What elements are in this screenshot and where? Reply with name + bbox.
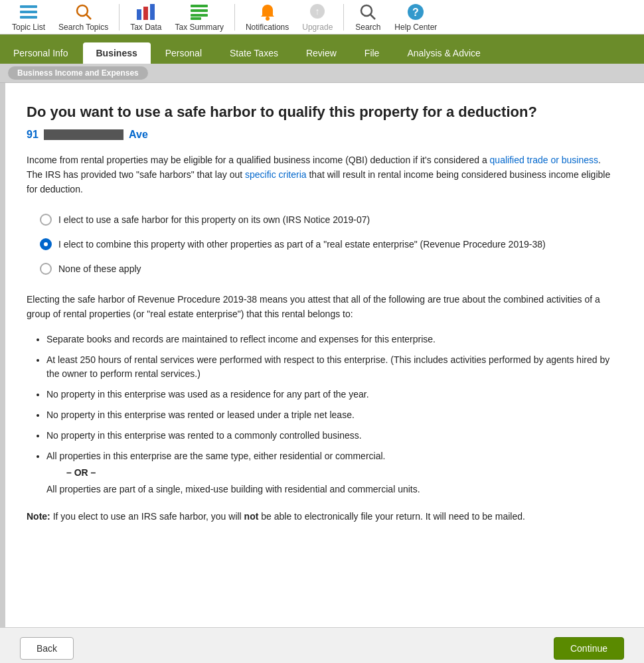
svg-rect-8 <box>191 5 208 7</box>
tab-bar: Personal Info Business Personal State Ta… <box>0 35 644 64</box>
toolbar: Topic List Search Topics Tax Data Tax Su… <box>0 0 644 35</box>
tax-summary-icon <box>190 3 208 21</box>
radio-option-own[interactable]: I elect to use a safe harbor for this pr… <box>27 213 617 227</box>
toolbar-divider-2 <box>234 4 235 31</box>
toolbar-item-tax-summary[interactable]: Tax Summary <box>169 0 230 35</box>
breadcrumb: Business Income and Expenses <box>8 66 148 80</box>
radio-group: I elect to use a safe harbor for this pr… <box>27 213 617 276</box>
toolbar-item-search-topics[interactable]: Search Topics <box>52 0 115 35</box>
notifications-icon <box>258 3 277 21</box>
tax-data-icon <box>137 3 155 21</box>
svg-rect-2 <box>20 16 37 19</box>
tax-data-label: Tax Data <box>130 23 161 32</box>
svg-rect-10 <box>191 14 208 17</box>
back-button[interactable]: Back <box>20 637 74 660</box>
tab-analysis-advice[interactable]: Analysis & Advice <box>394 42 494 64</box>
toolbar-item-help-center[interactable]: ? Help Center <box>388 0 443 35</box>
criteria-item-2: No property in this enterprise was used … <box>46 388 617 402</box>
svg-rect-5 <box>137 9 141 20</box>
breadcrumb-bar: Business Income and Expenses <box>0 64 644 83</box>
radio-btn-none[interactable] <box>40 263 52 275</box>
toolbar-divider-1 <box>119 4 120 31</box>
note-bold: not <box>244 511 259 522</box>
toolbar-item-search[interactable]: Search <box>348 0 388 35</box>
search-icon <box>359 3 377 21</box>
qualified-trade-link[interactable]: qualified trade or business <box>490 155 598 165</box>
toolbar-item-notifications[interactable]: Notifications <box>239 0 295 35</box>
redacted-address <box>44 129 123 140</box>
tab-review[interactable]: Review <box>293 42 350 64</box>
svg-point-15 <box>361 5 372 16</box>
radio-label-none: None of these apply <box>58 262 141 276</box>
help-center-icon: ? <box>406 3 425 21</box>
toolbar-divider-3 <box>343 4 344 31</box>
svg-rect-0 <box>20 5 37 8</box>
toolbar-item-topic-list[interactable]: Topic List <box>5 0 52 35</box>
criteria-item-5: All properties in this enterprise are th… <box>46 449 617 496</box>
description: Income from rental properties may be eli… <box>27 153 617 197</box>
note-label: Note: <box>27 511 50 522</box>
criteria-item-3: No property in this enterprise was rente… <box>46 408 617 422</box>
radio-btn-own[interactable] <box>40 214 52 226</box>
main-content: Do you want to use a safe harbor to qual… <box>0 83 644 627</box>
svg-point-12 <box>266 17 270 21</box>
svg-rect-1 <box>20 11 37 13</box>
upgrade-icon: ↑ <box>308 3 327 21</box>
search-topics-label: Search Topics <box>58 23 108 32</box>
svg-rect-7 <box>150 4 155 20</box>
svg-text:↑: ↑ <box>315 6 320 17</box>
bottom-bar: Back Continue <box>0 627 644 663</box>
property-address: 91 Ave <box>27 129 617 141</box>
radio-label-combine: I elect to combine this property with ot… <box>58 238 546 252</box>
svg-line-16 <box>370 15 375 19</box>
continue-button[interactable]: Continue <box>554 637 624 660</box>
note-section: Note: If you elect to use an IRS safe ha… <box>27 510 617 524</box>
search-label: Search <box>355 23 380 32</box>
help-center-label: Help Center <box>394 23 437 32</box>
or-divider: – OR – <box>66 466 617 480</box>
svg-rect-6 <box>143 7 148 20</box>
tab-personal[interactable]: Personal <box>152 42 215 64</box>
search-topics-icon <box>74 3 93 21</box>
note-text-2: be able to electronically file your retu… <box>258 511 525 522</box>
left-accent <box>0 83 5 627</box>
svg-text:?: ? <box>412 7 419 18</box>
tab-business[interactable]: Business <box>83 42 151 64</box>
topic-list-icon <box>19 3 38 21</box>
criteria-item-4: No property in this enterprise was rente… <box>46 429 617 443</box>
svg-rect-11 <box>191 17 201 20</box>
criteria-list: Separate books and records are maintaine… <box>27 332 617 496</box>
tab-file[interactable]: File <box>351 42 393 64</box>
specific-criteria-link[interactable]: specific criteria <box>245 169 307 180</box>
criteria-item-1: At least 250 hours of rental services we… <box>46 353 617 381</box>
electing-text: Electing the safe harbor of Revenue Proc… <box>27 292 617 322</box>
radio-btn-combine[interactable] <box>40 238 52 250</box>
description-part1: Income from rental properties may be eli… <box>27 155 490 165</box>
criteria-item-0: Separate books and records are maintaine… <box>46 332 617 346</box>
page-question: Do you want to use a safe harbor to qual… <box>27 103 617 122</box>
property-number: 91 <box>27 129 39 140</box>
tab-state-taxes[interactable]: State Taxes <box>216 42 291 64</box>
tab-personal-info[interactable]: Personal Info <box>0 42 82 64</box>
svg-line-4 <box>86 15 91 19</box>
notifications-label: Notifications <box>246 23 289 32</box>
or-text: All properties are part of a single, mix… <box>46 484 420 494</box>
svg-point-3 <box>77 5 88 16</box>
toolbar-item-tax-data[interactable]: Tax Data <box>123 0 168 35</box>
note-text-1: If you elect to use an IRS safe harbor, … <box>53 511 244 522</box>
radio-option-none[interactable]: None of these apply <box>27 262 617 276</box>
tax-summary-label: Tax Summary <box>175 23 224 32</box>
radio-label-own: I elect to use a safe harbor for this pr… <box>58 213 370 227</box>
toolbar-item-upgrade[interactable]: ↑ Upgrade <box>295 0 339 35</box>
topic-list-label: Topic List <box>12 23 45 32</box>
property-street: Ave <box>129 129 148 140</box>
upgrade-label: Upgrade <box>302 23 333 32</box>
radio-option-combine[interactable]: I elect to combine this property with ot… <box>27 238 617 252</box>
svg-rect-9 <box>191 9 208 12</box>
